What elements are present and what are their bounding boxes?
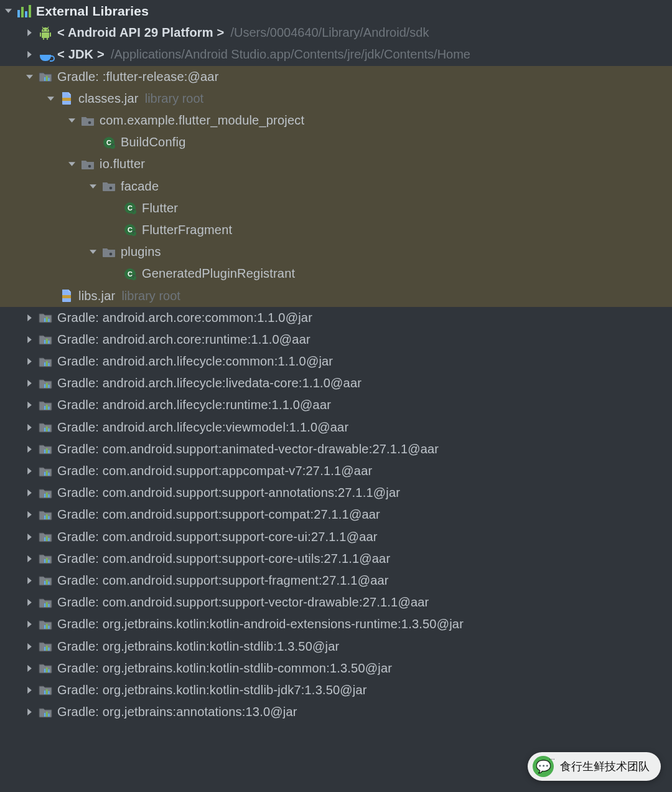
svg-rect-0 bbox=[17, 10, 20, 17]
expand-arrow-icon[interactable] bbox=[24, 27, 35, 39]
expand-arrow-icon[interactable] bbox=[24, 443, 35, 455]
expand-arrow-icon[interactable] bbox=[24, 619, 35, 630]
svg-rect-90 bbox=[46, 689, 47, 694]
tree-label: library root bbox=[121, 289, 180, 303]
tree-row-g-arch-core-common[interactable]: Gradle: android.arch.core:common:1.1.0@j… bbox=[0, 307, 672, 329]
svg-rect-27 bbox=[133, 210, 134, 212]
expand-arrow-icon[interactable] bbox=[66, 115, 77, 126]
library-folder-icon bbox=[39, 552, 52, 565]
svg-rect-8 bbox=[50, 32, 51, 37]
tree-row-class-buildconfig[interactable]: C BuildConfig bbox=[0, 131, 672, 153]
svg-rect-92 bbox=[44, 713, 45, 717]
tree-row-g-kotlin-stdlib-jdk7[interactable]: Gradle: org.jetbrains.kotlin:kotlin-stdl… bbox=[0, 679, 672, 701]
tree-row-android-api[interactable]: < Android API 29 Platform >/Users/000464… bbox=[0, 22, 672, 44]
tree-row-g-sup-vecdraw[interactable]: Gradle: com.android.support:support-vect… bbox=[0, 592, 672, 613]
expand-arrow-icon[interactable] bbox=[45, 93, 56, 104]
tree-row-g-kotlin-stdlib-common[interactable]: Gradle: org.jetbrains.kotlin:kotlin-stdl… bbox=[0, 658, 672, 679]
expand-arrow-icon[interactable] bbox=[24, 641, 35, 652]
tree-label: GeneratedPluginRegistrant bbox=[142, 266, 295, 281]
tree-label: BuildConfig bbox=[121, 135, 186, 149]
expand-arrow-icon[interactable] bbox=[24, 334, 35, 345]
tree-row-g-arch-core-runtime[interactable]: Gradle: android.arch.core:runtime:1.1.0@… bbox=[0, 329, 672, 351]
svg-rect-3 bbox=[29, 5, 31, 17]
tree-row-pkg-example[interactable]: com.example.flutter_module_project bbox=[0, 110, 672, 131]
tree-label: /Users/0004640/Library/Android/sdk bbox=[230, 26, 429, 40]
expand-arrow-icon[interactable] bbox=[24, 400, 35, 411]
tree-row-g-kotlin-stdlib[interactable]: Gradle: org.jetbrains.kotlin:kotlin-stdl… bbox=[0, 635, 672, 657]
tree-row-classes-jar[interactable]: classes.jarlibrary root bbox=[0, 88, 672, 110]
tree-row-class-flutter[interactable]: C Flutter bbox=[0, 197, 672, 219]
tree-row-g-arch-life-common[interactable]: Gradle: android.arch.lifecycle:common:1.… bbox=[0, 351, 672, 372]
tree-label: plugins bbox=[121, 245, 161, 259]
tree-row-g-sup-coreui[interactable]: Gradle: com.android.support:support-core… bbox=[0, 526, 672, 548]
svg-rect-49 bbox=[48, 385, 49, 388]
svg-rect-63 bbox=[46, 493, 47, 497]
svg-rect-84 bbox=[46, 646, 47, 651]
tree-label: libs.jar bbox=[78, 289, 115, 303]
tree-label: facade bbox=[121, 179, 159, 194]
svg-rect-59 bbox=[44, 472, 45, 476]
external-libraries-icon bbox=[17, 4, 31, 18]
tree-row-g-sup-animvec[interactable]: Gradle: com.android.support:animated-vec… bbox=[0, 438, 672, 460]
tree-row-g-sup-coreutils[interactable]: Gradle: com.android.support:support-core… bbox=[0, 548, 672, 570]
expand-arrow-icon[interactable] bbox=[24, 71, 35, 82]
expand-arrow-icon[interactable] bbox=[24, 378, 35, 389]
library-folder-icon bbox=[39, 683, 52, 697]
class-icon: C bbox=[123, 223, 137, 237]
tree-row-g-sup-compat[interactable]: Gradle: com.android.support:support-comp… bbox=[0, 504, 672, 526]
expand-arrow-icon[interactable] bbox=[24, 312, 35, 323]
svg-rect-1 bbox=[21, 7, 24, 17]
expand-arrow-icon[interactable] bbox=[24, 466, 35, 477]
tree-row-g-sup-annot[interactable]: Gradle: com.android.support:support-anno… bbox=[0, 482, 672, 504]
tree-label: Gradle: android.arch.core:runtime:1.1.0@… bbox=[57, 332, 310, 347]
expand-arrow-icon[interactable] bbox=[24, 553, 35, 564]
tree-label: Gradle: android.arch.lifecycle:runtime:1… bbox=[57, 398, 331, 412]
svg-rect-66 bbox=[46, 514, 47, 519]
project-tree[interactable]: External Libraries < Android API 29 Plat… bbox=[0, 0, 672, 723]
android-icon bbox=[39, 26, 52, 40]
expand-arrow-icon[interactable] bbox=[24, 707, 35, 718]
tree-label: Gradle: android.arch.lifecycle:viewmodel… bbox=[57, 420, 348, 435]
tree-row-libs-jar[interactable]: libs.jarlibrary root bbox=[0, 285, 672, 306]
expand-arrow-icon[interactable] bbox=[24, 662, 35, 674]
expand-arrow-icon[interactable] bbox=[24, 509, 35, 521]
tree-label: External Libraries bbox=[36, 4, 149, 19]
expand-arrow-icon[interactable] bbox=[2, 6, 14, 17]
tree-row-g-sup-fragment[interactable]: Gradle: com.android.support:support-frag… bbox=[0, 570, 672, 592]
expand-arrow-icon[interactable] bbox=[24, 684, 35, 695]
svg-rect-60 bbox=[46, 471, 47, 476]
expand-arrow-icon[interactable] bbox=[24, 488, 35, 499]
library-folder-icon bbox=[39, 332, 52, 346]
class-icon: C bbox=[123, 267, 137, 281]
svg-rect-31 bbox=[133, 232, 134, 234]
expand-arrow-icon[interactable] bbox=[24, 575, 35, 586]
tree-row-pkg-plugins[interactable]: plugins bbox=[0, 241, 672, 263]
svg-rect-68 bbox=[44, 537, 45, 541]
svg-point-35 bbox=[131, 275, 136, 280]
tree-row-jdk[interactable]: < JDK >/Applications/Android Studio.app/… bbox=[0, 44, 672, 65]
tree-row-g-arch-life-runtime[interactable]: Gradle: android.arch.lifecycle:runtime:1… bbox=[0, 394, 672, 416]
expand-arrow-icon[interactable] bbox=[66, 159, 77, 170]
tree-row-g-arch-life-viewmodel[interactable]: Gradle: android.arch.lifecycle:viewmodel… bbox=[0, 417, 672, 438]
tree-row-g-jetbrains-annot[interactable]: Gradle: org.jetbrains:annotations:13.0@j… bbox=[0, 701, 672, 723]
svg-rect-62 bbox=[44, 494, 45, 497]
tree-label: Gradle: android.arch.lifecycle:common:1.… bbox=[57, 354, 333, 369]
jar-file-icon bbox=[60, 92, 73, 105]
tree-row-class-flutterfragment[interactable]: C FlutterFragment bbox=[0, 219, 672, 241]
expand-arrow-icon[interactable] bbox=[87, 181, 98, 192]
expand-arrow-icon[interactable] bbox=[24, 531, 35, 542]
expand-arrow-icon[interactable] bbox=[24, 356, 35, 367]
expand-arrow-icon[interactable] bbox=[24, 49, 35, 60]
tree-row-g-sup-appcompat[interactable]: Gradle: com.android.support:appcompat-v7… bbox=[0, 460, 672, 482]
tree-row-g-arch-life-livedata[interactable]: Gradle: android.arch.lifecycle:livedata-… bbox=[0, 372, 672, 394]
tree-row-pkg-ioflutter[interactable]: io.flutter bbox=[0, 153, 672, 175]
tree-row-class-genplugin[interactable]: C GeneratedPluginRegistrant bbox=[0, 263, 672, 285]
tree-row-g-kotlin-ext[interactable]: Gradle: org.jetbrains.kotlin:kotlin-andr… bbox=[0, 613, 672, 635]
tree-row-root[interactable]: External Libraries bbox=[0, 0, 672, 22]
tree-row-pkg-facade[interactable]: facade bbox=[0, 176, 672, 197]
tree-row-gradle-flutter-release[interactable]: Gradle: :flutter-release:@aar bbox=[0, 66, 672, 88]
tree-label: library root bbox=[145, 92, 203, 106]
expand-arrow-icon[interactable] bbox=[24, 422, 35, 433]
expand-arrow-icon[interactable] bbox=[24, 597, 35, 608]
expand-arrow-icon[interactable] bbox=[87, 247, 98, 258]
